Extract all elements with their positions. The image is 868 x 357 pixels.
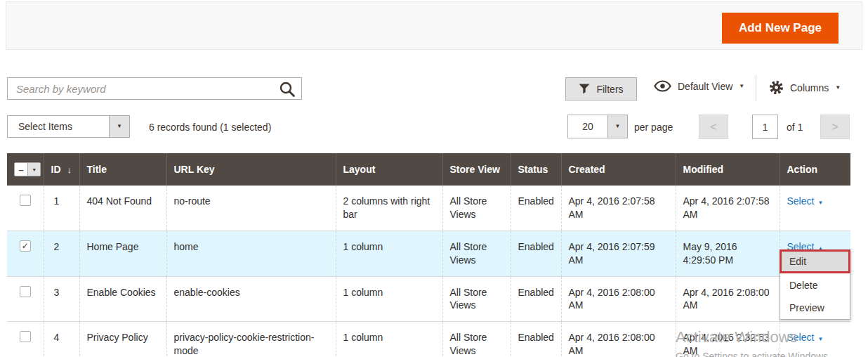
chevron-right-icon: > — [831, 121, 838, 134]
cell-title: Privacy Policy — [79, 322, 166, 357]
cell-id: 1 — [44, 186, 79, 231]
chevron-down-icon: ▼ — [835, 85, 841, 91]
table-row: ✓ 3 Enable Cookies enable-cookies 1 colu… — [7, 276, 850, 322]
cell-id: 3 — [44, 276, 79, 322]
filter-funnel-icon — [579, 84, 590, 94]
toolbar-divider — [756, 75, 756, 101]
cell-created: Apr 4, 2016 2:07:58 AM — [561, 186, 676, 231]
cell-store-view: All Store Views — [442, 186, 511, 231]
next-page-button[interactable]: > — [820, 115, 850, 139]
cell-status: Enabled — [511, 186, 561, 231]
cell-store-view: All Store Views — [442, 276, 511, 322]
chevron-down-icon: ▼ — [32, 167, 37, 172]
cell-layout: 1 column — [336, 231, 442, 276]
row-checkbox[interactable]: ✓ — [20, 240, 31, 252]
default-view-label: Default View — [678, 81, 732, 92]
cell-layout: 1 column — [336, 322, 442, 357]
row-action-menu: Edit Delete Preview — [780, 249, 850, 320]
select-items-label: Select Items — [8, 116, 109, 137]
cell-title: Home Page — [79, 231, 166, 276]
select-all-caret-button[interactable]: ▼ — [27, 163, 40, 176]
cell-id: 2 — [44, 231, 79, 276]
cell-url-key: no-route — [166, 186, 336, 231]
table-header-row: – ▼ ID↓ Title URL Key Layout Store View … — [7, 153, 850, 186]
column-header-title[interactable]: Title — [79, 153, 166, 186]
sort-descending-icon: ↓ — [67, 164, 72, 175]
per-page-dropdown[interactable]: 20 ▼ — [567, 115, 628, 138]
cell-modified: Apr 4, 2016 2:32:53 AM — [676, 322, 780, 357]
cell-url-key: privacy-policy-cookie-restriction-mode — [166, 322, 336, 357]
row-action-select[interactable]: Select — [787, 332, 815, 343]
keyword-search-box — [7, 77, 302, 100]
cell-title: Enable Cookies — [79, 276, 166, 322]
chevron-left-icon: < — [710, 121, 716, 134]
table-row: ✓ 1 404 Not Found no-route 2 columns wit… — [7, 186, 850, 231]
chevron-down-icon: ▼ — [117, 124, 122, 129]
cell-store-view: All Store Views — [442, 322, 511, 357]
select-all-dropdown[interactable]: – ▼ — [14, 162, 41, 176]
cell-title: 404 Not Found — [79, 186, 166, 231]
columns-dropdown[interactable]: Columns ▼ — [769, 80, 841, 95]
column-header-url-key[interactable]: URL Key — [166, 153, 336, 186]
chevron-down-icon: ▼ — [817, 336, 823, 342]
chevron-down-icon: ▼ — [739, 84, 744, 89]
row-action-select[interactable]: Select — [787, 195, 815, 207]
cell-action: Select▼ — [780, 186, 850, 231]
per-page-value: 20 — [568, 115, 607, 138]
indeterminate-minus-icon: – — [15, 163, 27, 176]
search-input[interactable] — [8, 78, 301, 99]
cell-status: Enabled — [511, 231, 561, 276]
column-header-modified[interactable]: Modified — [676, 153, 780, 186]
select-items-dropdown[interactable]: Select Items ▼ — [7, 115, 130, 138]
cell-modified: Apr 4, 2016 2:08:00 AM — [676, 276, 780, 322]
column-header-id[interactable]: ID↓ — [44, 153, 79, 186]
select-items-caret-button[interactable]: ▼ — [109, 116, 129, 137]
select-all-header-cell: – ▼ — [7, 153, 44, 186]
search-icon[interactable] — [279, 81, 296, 98]
gear-icon — [769, 80, 784, 95]
column-header-status[interactable]: Status — [511, 153, 561, 186]
cell-layout: 1 column — [336, 276, 442, 322]
cell-url-key: enable-cookies — [166, 276, 336, 322]
eye-icon — [654, 80, 671, 92]
cms-pages-grid-page: Add New Page Filters Default View ▼ — [0, 0, 868, 357]
menu-item-preview[interactable]: Preview — [780, 297, 850, 319]
row-checkbox[interactable]: ✓ — [20, 331, 31, 342]
table-row: ✓ 2 Home Page home 1 column All Store Vi… — [7, 231, 850, 276]
column-header-layout[interactable]: Layout — [336, 153, 442, 186]
row-checkbox[interactable]: ✓ — [20, 286, 31, 297]
chevron-down-icon: ▼ — [817, 200, 823, 206]
table-row: ✓ 4 Privacy Policy privacy-policy-cookie… — [7, 322, 850, 357]
filters-button[interactable]: Filters — [565, 77, 637, 100]
per-page-caret-button[interactable]: ▼ — [607, 115, 627, 138]
cell-modified: Apr 4, 2016 2:07:58 AM — [676, 186, 780, 231]
columns-label: Columns — [790, 82, 829, 93]
column-header-created[interactable]: Created — [561, 153, 676, 186]
default-view-dropdown[interactable]: Default View ▼ — [654, 80, 744, 92]
cell-url-key: home — [166, 231, 336, 276]
previous-page-button[interactable]: < — [699, 115, 728, 139]
column-header-store-view[interactable]: Store View — [442, 153, 511, 186]
filters-label: Filters — [596, 84, 623, 95]
cell-id: 4 — [44, 322, 79, 357]
current-page-input[interactable] — [752, 115, 778, 139]
add-new-page-button[interactable]: Add New Page — [722, 13, 839, 44]
cell-action: Select▼ — [780, 322, 850, 357]
cell-layout: 2 columns with right bar — [336, 186, 442, 231]
cell-store-view: All Store Views — [442, 231, 511, 276]
cell-created: Apr 4, 2016 2:08:00 AM — [561, 322, 676, 357]
cell-modified: May 9, 2016 4:29:50 PM — [676, 231, 780, 276]
cms-pages-table: – ▼ ID↓ Title URL Key Layout Store View … — [7, 153, 850, 357]
cell-created: Apr 4, 2016 2:08:00 AM — [561, 276, 676, 322]
menu-item-edit[interactable]: Edit — [780, 249, 850, 273]
cell-status: Enabled — [511, 276, 561, 322]
row-checkbox[interactable]: ✓ — [20, 195, 31, 206]
chevron-down-icon: ▼ — [615, 124, 621, 129]
cell-status: Enabled — [511, 322, 561, 357]
per-page-label: per page — [634, 122, 673, 133]
menu-item-delete[interactable]: Delete — [780, 274, 850, 297]
records-summary: 6 records found (1 selected) — [149, 122, 271, 133]
page-total-label: of 1 — [787, 122, 803, 133]
cell-created: Apr 4, 2016 2:07:59 AM — [561, 231, 676, 276]
column-header-action: Action — [780, 153, 850, 186]
